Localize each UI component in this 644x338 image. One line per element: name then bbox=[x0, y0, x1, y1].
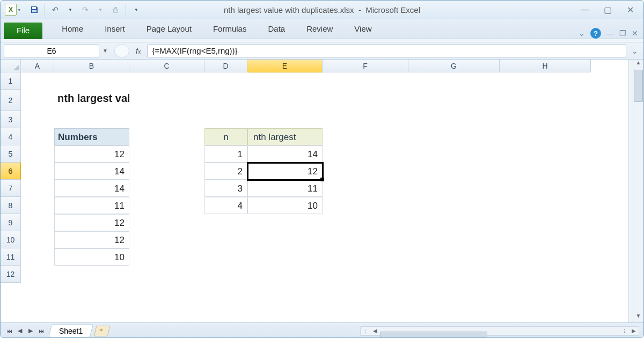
cell[interactable] bbox=[500, 231, 591, 248]
numbers-cell[interactable]: 12 bbox=[54, 214, 129, 231]
cell[interactable] bbox=[408, 111, 500, 128]
col-header-G[interactable]: G bbox=[408, 60, 500, 72]
cell[interactable] bbox=[500, 163, 591, 180]
formula-bar-expand-icon[interactable]: ⌄ bbox=[630, 47, 640, 55]
row-header-5[interactable]: 5 bbox=[1, 145, 21, 163]
n-header[interactable]: n bbox=[204, 128, 247, 145]
new-sheet-icon[interactable] bbox=[94, 326, 111, 336]
cell[interactable] bbox=[323, 72, 408, 90]
last-sheet-icon[interactable]: ⏭ bbox=[36, 328, 47, 334]
cell[interactable] bbox=[323, 266, 408, 283]
ribbon-minimize-icon[interactable]: ⌄ bbox=[579, 29, 585, 38]
scroll-thumb-horizontal[interactable] bbox=[380, 332, 487, 339]
cell[interactable] bbox=[500, 180, 591, 197]
nth-cell[interactable]: 10 bbox=[247, 197, 323, 214]
name-box[interactable]: E6 bbox=[4, 45, 99, 57]
grid[interactable]: A B C D E F G H 1 2 nth largest value wi… bbox=[1, 60, 628, 322]
cell[interactable] bbox=[500, 128, 591, 145]
cell[interactable] bbox=[323, 163, 408, 180]
cell[interactable] bbox=[129, 111, 204, 128]
row-header-2[interactable]: 2 bbox=[1, 90, 21, 111]
row-header-1[interactable]: 1 bbox=[1, 72, 21, 90]
next-sheet-icon[interactable]: ▶ bbox=[25, 327, 36, 334]
cell[interactable] bbox=[323, 197, 408, 214]
cell[interactable] bbox=[204, 72, 247, 90]
prev-sheet-icon[interactable]: ◀ bbox=[14, 327, 25, 334]
numbers-header[interactable]: Numbers bbox=[54, 128, 129, 145]
nth-largest-header[interactable]: nth largest bbox=[247, 128, 323, 145]
cell[interactable] bbox=[129, 248, 204, 266]
cell[interactable] bbox=[129, 180, 204, 197]
cell[interactable] bbox=[408, 72, 500, 90]
cell[interactable] bbox=[21, 180, 54, 197]
numbers-cell[interactable]: 12 bbox=[54, 231, 129, 248]
scroll-track-vertical[interactable] bbox=[633, 102, 643, 313]
cell[interactable] bbox=[21, 128, 54, 145]
row-header-9[interactable]: 9 bbox=[1, 214, 21, 231]
cell[interactable] bbox=[408, 214, 500, 231]
col-header-B[interactable]: B bbox=[54, 60, 129, 72]
workbook-restore-icon[interactable]: ❐ bbox=[619, 29, 626, 38]
horizontal-scrollbar[interactable]: ⋮ ◀ ⫶ ▶ bbox=[360, 326, 639, 336]
cell[interactable] bbox=[54, 72, 129, 90]
cell[interactable] bbox=[129, 145, 204, 163]
cell[interactable] bbox=[323, 231, 408, 248]
cell[interactable] bbox=[204, 111, 247, 128]
tab-formulas[interactable]: Formulas bbox=[202, 21, 258, 39]
insert-function-pill[interactable] bbox=[114, 45, 129, 57]
scroll-right-icon[interactable]: ▶ bbox=[629, 328, 639, 334]
col-header-C[interactable]: C bbox=[129, 60, 204, 72]
row-header-7[interactable]: 7 bbox=[1, 180, 21, 197]
numbers-cell[interactable]: 14 bbox=[54, 163, 129, 180]
sheet-title[interactable]: nth largest value with duplicates bbox=[54, 90, 129, 111]
cell[interactable] bbox=[204, 266, 247, 283]
tab-page-layout[interactable]: Page Layout bbox=[136, 21, 202, 39]
cell[interactable] bbox=[21, 145, 54, 163]
tab-split-handle[interactable]: ⋮ bbox=[361, 328, 370, 334]
row-header-6[interactable]: 6 bbox=[1, 163, 21, 180]
cell[interactable] bbox=[408, 90, 500, 111]
scroll-up-icon[interactable]: ▲ bbox=[633, 60, 643, 69]
cell[interactable] bbox=[129, 163, 204, 180]
n-cell[interactable]: 4 bbox=[204, 197, 247, 214]
vertical-scrollbar[interactable]: ▲ ▼ bbox=[633, 60, 643, 322]
formula-bar[interactable]: {=MAX(IF(rng<E5,rng))} bbox=[147, 45, 626, 57]
undo-icon[interactable]: ↶ bbox=[49, 4, 61, 16]
cell[interactable] bbox=[54, 111, 129, 128]
cell[interactable] bbox=[204, 90, 247, 111]
cell[interactable] bbox=[204, 248, 247, 266]
col-header-F[interactable]: F bbox=[323, 60, 408, 72]
name-box-dropdown-icon[interactable]: ▼ bbox=[99, 48, 111, 54]
cell[interactable] bbox=[500, 90, 591, 111]
cell[interactable] bbox=[21, 266, 54, 283]
row-header-11[interactable]: 11 bbox=[1, 248, 21, 266]
cell[interactable] bbox=[129, 128, 204, 145]
minimize-icon[interactable]: ― bbox=[579, 5, 591, 15]
numbers-cell[interactable]: 14 bbox=[54, 180, 129, 197]
cell[interactable] bbox=[247, 266, 323, 283]
n-cell[interactable]: 3 bbox=[204, 180, 247, 197]
tab-review[interactable]: Review bbox=[296, 21, 343, 39]
redo-more-icon[interactable]: ▼ bbox=[94, 4, 106, 16]
n-cell[interactable]: 1 bbox=[204, 145, 247, 163]
cell[interactable] bbox=[247, 231, 323, 248]
cell[interactable] bbox=[21, 214, 54, 231]
save-icon[interactable] bbox=[28, 4, 40, 16]
numbers-cell[interactable]: 11 bbox=[54, 197, 129, 214]
row-header-12[interactable]: 12 bbox=[1, 266, 21, 283]
cell[interactable] bbox=[247, 111, 323, 128]
nth-cell[interactable]: 11 bbox=[247, 180, 323, 197]
cell[interactable] bbox=[129, 72, 204, 90]
sheet-tab-sheet1[interactable]: Sheet1 bbox=[48, 325, 93, 337]
cell[interactable] bbox=[408, 163, 500, 180]
col-header-A[interactable]: A bbox=[21, 60, 54, 72]
cell[interactable] bbox=[21, 90, 54, 111]
cell[interactable] bbox=[500, 197, 591, 214]
cell[interactable] bbox=[247, 214, 323, 231]
numbers-cell[interactable]: 12 bbox=[54, 145, 129, 163]
cell[interactable] bbox=[500, 248, 591, 266]
cell[interactable] bbox=[408, 128, 500, 145]
workbook-close-icon[interactable]: ✕ bbox=[632, 29, 638, 38]
tab-view[interactable]: View bbox=[343, 21, 382, 39]
tab-data[interactable]: Data bbox=[257, 21, 296, 39]
